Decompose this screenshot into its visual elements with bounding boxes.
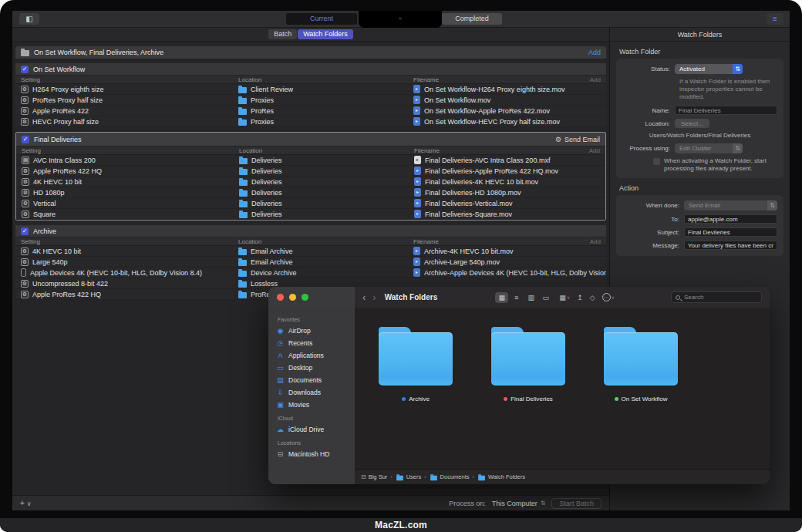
- setting-name: Apple Devices 4K (HEVC 10-bit, HLG, Dolb…: [30, 269, 202, 277]
- folder-final-deliveries[interactable]: Final Deliveries: [490, 327, 566, 402]
- folder-icon: [239, 190, 248, 197]
- table-row[interactable]: ⚙H264 Proxy eighth sizeClient Review▸On …: [15, 84, 606, 95]
- folder-name: Archive: [409, 396, 430, 402]
- start-batch-button[interactable]: Start Batch: [551, 498, 602, 509]
- path-item[interactable]: Documents: [430, 473, 470, 481]
- segment-watch-folders[interactable]: Watch Folders: [298, 29, 353, 39]
- path-separator-icon: ›: [473, 474, 474, 480]
- filename-cell: ▸Final Deliveries-Apple ProRes 422 HQ.mo…: [414, 167, 605, 175]
- sidebar-item-movies[interactable]: ▣Movies: [276, 399, 355, 411]
- tab-current[interactable]: Current: [286, 13, 357, 25]
- sidebar-item-downloads[interactable]: ⇩Downloads: [276, 386, 355, 399]
- file-icon: ▸: [414, 210, 421, 218]
- more-actions-button[interactable]: ⋯∨: [602, 293, 615, 301]
- sidebar-item-documents[interactable]: ▤Documents: [276, 374, 355, 386]
- column-add[interactable]: Add: [580, 238, 606, 245]
- table-row[interactable]: ⚙VerticalDeliveries▸Final Deliveries-Ver…: [16, 198, 605, 209]
- location-cell: Deliveries: [239, 157, 414, 164]
- sidebar-item-applications[interactable]: AApplications: [276, 349, 355, 362]
- group-checkbox[interactable]: ✓: [22, 136, 29, 143]
- folder-icon: [238, 120, 247, 126]
- sidebar-item-icloud-drive[interactable]: ☁iCloud Drive: [276, 423, 355, 436]
- group-checkbox[interactable]: ✓: [21, 66, 29, 73]
- group-header[interactable]: ✓Final Deliveries⚙Send Email: [16, 133, 605, 146]
- gallery-view-button[interactable]: ▭: [539, 292, 552, 303]
- table-row[interactable]: ⚙HD 1080pDeliveries▸Final Deliveries-HD …: [16, 187, 605, 198]
- when-done-dropdown[interactable]: Send Email ⇅: [684, 200, 777, 210]
- close-button[interactable]: [277, 294, 284, 301]
- column-add[interactable]: Add: [579, 147, 605, 154]
- sidebar-item-airdrop[interactable]: ◉AirDrop: [276, 325, 355, 337]
- sidebar-item-label: Downloads: [288, 389, 321, 396]
- name-field[interactable]: [675, 106, 777, 115]
- tag-button[interactable]: ◇: [590, 294, 595, 301]
- send-email-action[interactable]: ⚙Send Email: [555, 136, 600, 143]
- zoom-button[interactable]: [302, 294, 308, 301]
- table-row[interactable]: ▤AVC Intra Class 200Deliveries▸Final Del…: [16, 155, 605, 166]
- path-item[interactable]: Users: [396, 473, 422, 481]
- path-item[interactable]: ⊟Big Sur: [361, 473, 387, 480]
- table-row[interactable]: ⚙Apple ProRes 422ProRes▸On Set Workflow-…: [15, 106, 606, 116]
- location-cell: Deliveries: [239, 200, 414, 207]
- table-row[interactable]: ⚙HEVC Proxy half sizeProxies▸On Set Work…: [15, 116, 606, 127]
- filename-text: Archive-Apple Devices 4K (HEVC 10-bit, H…: [424, 269, 606, 277]
- preview-toggle-button[interactable]: ◧: [19, 13, 39, 25]
- status-dropdown[interactable]: Activated ⇅: [675, 64, 743, 74]
- drive-icon: ⊟: [276, 450, 285, 458]
- back-button[interactable]: ‹: [362, 292, 366, 302]
- subject-field[interactable]: [684, 227, 777, 237]
- table-row[interactable]: ⚙ProRes Proxy half sizeProxies▸On Set Wo…: [15, 95, 606, 106]
- setting-icon: ⚙: [21, 280, 29, 288]
- share-button[interactable]: ↥: [577, 294, 583, 301]
- search-field[interactable]: [671, 291, 762, 303]
- inspector-title: Watch Folders: [610, 28, 790, 42]
- icon-view-button[interactable]: ▦: [495, 292, 508, 303]
- folder-archive[interactable]: Archive: [378, 327, 453, 402]
- table-row[interactable]: ⚙SquareDeliveries▸Final Deliveries-Squar…: [16, 209, 605, 220]
- app-toolbar: ◧ Current Completed ≡: [12, 11, 790, 28]
- location-cell: Deliveries: [239, 178, 414, 186]
- group-by-button[interactable]: ▦∨: [559, 294, 570, 301]
- group-checkbox[interactable]: ✓: [21, 227, 29, 235]
- setting-cell: ⚙H264 Proxy eighth size: [15, 86, 238, 93]
- to-field[interactable]: [684, 214, 777, 224]
- message-field[interactable]: [684, 241, 777, 250]
- table-row[interactable]: ⚙4K HEVC 10 bitEmail Archive▸Archive-4K …: [15, 246, 606, 257]
- group-header[interactable]: ✓On Set Workflow: [15, 63, 606, 75]
- table-row[interactable]: ⚙Apple ProRes 422 HQDeliveries▸Final Del…: [16, 166, 605, 177]
- path-separator-icon: ›: [424, 474, 426, 480]
- setting-name: HD 1080p: [33, 189, 65, 197]
- airdrop-icon: ◉: [276, 327, 285, 335]
- location-cell: Deliveries: [239, 210, 414, 218]
- search-input[interactable]: [682, 293, 752, 301]
- segment-batch[interactable]: Batch: [268, 29, 297, 39]
- sidebar-item-macintosh-hd[interactable]: ⊟Macintosh HD: [276, 448, 355, 460]
- inspector-toggle-button[interactable]: ≡: [767, 13, 783, 25]
- path-item[interactable]: Watch Folders: [477, 473, 525, 481]
- sidebar-item-label: AirDrop: [288, 327, 311, 335]
- filename-cell: ▸Final Deliveries-AVC Intra Class 200.mx…: [414, 156, 605, 164]
- table-row[interactable]: ⚙4K HEVC 10 bitDeliveries▸Final Deliveri…: [16, 177, 605, 187]
- forward-button[interactable]: ›: [372, 292, 376, 302]
- sidebar-item-recents[interactable]: ◷Recents: [276, 337, 355, 349]
- group-header[interactable]: ✓Archive: [15, 225, 606, 237]
- table-row[interactable]: ⚙Large 540pEmail Archive▸Archive-Large 5…: [15, 257, 606, 268]
- column-view-button[interactable]: ▥: [524, 292, 537, 303]
- add-batch-button[interactable]: + ∨: [20, 499, 31, 507]
- finder-toolbar: ‹ › Watch Folders ▦ ≡ ▥ ▭ ▦∨ ↥ ◇ ⋯∨: [268, 287, 770, 308]
- process-using-dropdown[interactable]: Edit Cluster ⇅: [675, 143, 743, 153]
- folder-on-set-workflow[interactable]: On Set Workflow: [603, 327, 679, 402]
- column-add[interactable]: Add: [580, 76, 606, 83]
- batch-title: On Set Workflow, Final Deliveries, Archi…: [34, 49, 163, 56]
- batch-add-link[interactable]: Add: [588, 49, 601, 56]
- tag-dot: [504, 397, 507, 401]
- activate-checkbox[interactable]: [653, 158, 660, 165]
- setting-cell: ⚙4K HEVC 10 bit: [16, 178, 239, 186]
- list-view-button[interactable]: ≡: [510, 292, 523, 303]
- process-on-select[interactable]: This Computer ⇅: [492, 500, 546, 507]
- sidebar-item-desktop[interactable]: ▭Desktop: [276, 362, 355, 374]
- tab-completed[interactable]: Completed: [442, 13, 502, 25]
- minimize-button[interactable]: [289, 294, 296, 301]
- location-select-button[interactable]: Select...: [675, 119, 709, 128]
- table-row[interactable]: Apple Devices 4K (HEVC 10-bit, HLG, Dolb…: [15, 268, 606, 278]
